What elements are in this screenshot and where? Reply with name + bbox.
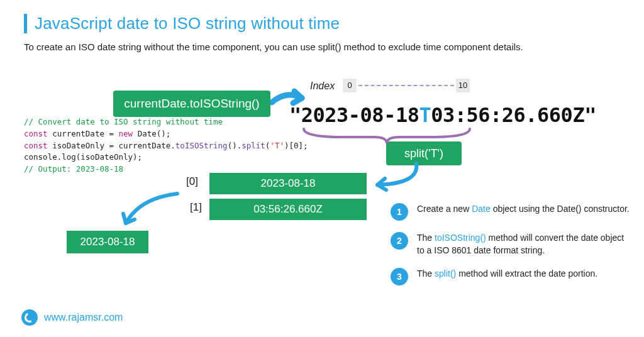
split-result-1: 03:56:26.660Z — [209, 199, 367, 220]
array-index-1: [1] — [190, 201, 202, 214]
code-string: 'T' — [270, 141, 284, 150]
step-text-part: object using the Date() constructor. — [491, 204, 630, 214]
code-text: console.log(isoDateOnly); — [24, 152, 142, 162]
step-number: 1 — [391, 203, 408, 221]
iso-t-separator: T — [419, 103, 431, 127]
step-1: 1 Create a new Date object using the Dat… — [391, 203, 630, 221]
code-line-comment: // Output: 2023-08-18 — [24, 164, 123, 174]
title-bar: JavaScript date to ISO string without ti… — [24, 14, 340, 33]
step-text-part: The — [417, 268, 435, 279]
index-tick-10: 10 — [456, 79, 470, 92]
step-text: Create a new Date object using the Date(… — [417, 203, 630, 216]
page-subtitle: To create an ISO date string without the… — [24, 41, 523, 52]
code-keyword: new — [119, 129, 133, 138]
code-keyword: const — [24, 129, 48, 138]
code-text: currentDate = — [48, 129, 119, 138]
code-keyword: const — [24, 141, 48, 150]
label-toisostring: currentDate.toISOString() — [113, 91, 270, 117]
arrow-toiso-to-string — [270, 87, 314, 121]
iso-string-display: "2023-08-18T03:56:26.660Z" — [289, 103, 596, 127]
split-result-0: 2023-08-18 — [209, 173, 367, 194]
steps-list: 1 Create a new Date object using the Dat… — [391, 203, 630, 285]
step-text-part: method will extract the date portion. — [456, 268, 597, 279]
array-index-0: [0] — [186, 175, 198, 188]
index-tick-0: 0 — [343, 79, 357, 92]
brace-date-part — [299, 126, 475, 145]
step-highlight: split() — [435, 268, 456, 279]
step-text-part: Create a new — [417, 204, 472, 214]
step-highlight: toISOString() — [435, 233, 486, 243]
iso-time-part: 03:56:26.660Z" — [431, 103, 596, 127]
code-snippet: // Convert date to ISO string without ti… — [24, 116, 308, 175]
page-title: JavaScript date to ISO string without ti… — [35, 14, 340, 33]
footer: www.rajamsr.com — [21, 309, 123, 326]
step-text: The toISOString() method will convert th… — [417, 232, 630, 257]
step-3: 3 The split() method will extract the da… — [391, 268, 630, 285]
code-line-comment: // Convert date to ISO string without ti… — [24, 117, 223, 126]
step-2: 2 The toISOString() method will convert … — [391, 232, 630, 257]
step-highlight: Date — [472, 204, 491, 214]
step-text: The split() method will extract the date… — [417, 268, 597, 280]
footer-url[interactable]: www.rajamsr.com — [44, 312, 123, 323]
step-number: 3 — [391, 268, 408, 285]
code-method: toISOString — [175, 141, 228, 150]
code-text: Date(); — [133, 129, 170, 138]
code-text: (). — [228, 141, 242, 150]
step-text-part: The — [417, 233, 435, 243]
arrow-split-to-array — [366, 158, 423, 193]
code-method: split — [242, 141, 265, 150]
code-text: isoDateOnly = currentDate. — [48, 141, 175, 150]
index-dashes — [358, 85, 454, 86]
step-number: 2 — [391, 232, 408, 250]
arrow-index0-to-result — [114, 189, 184, 236]
logo-icon — [21, 309, 38, 326]
